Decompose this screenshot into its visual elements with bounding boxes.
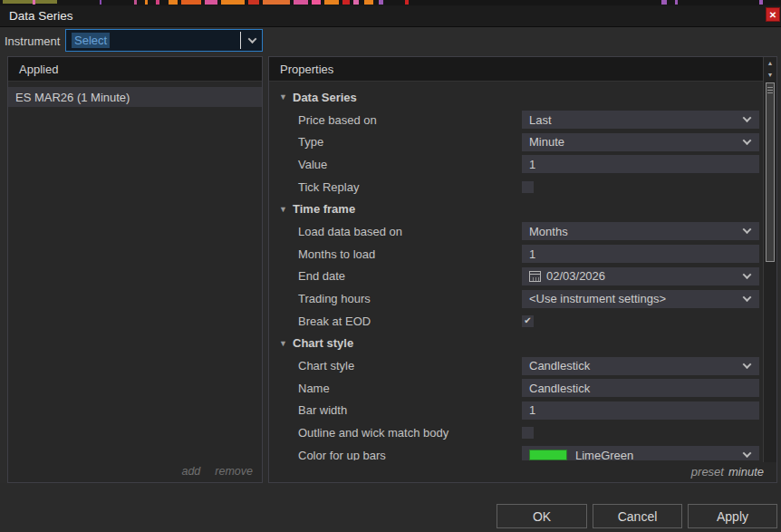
group-label: Data Series [293, 91, 357, 104]
dropdown[interactable]: Minute [522, 133, 759, 151]
chevron-down-icon [743, 270, 752, 279]
dropdown-field: Months [522, 222, 759, 240]
field-value: 1 [529, 158, 535, 171]
property-row: Value1 [269, 153, 763, 176]
scroll-down-icon[interactable]: ▼ [764, 69, 776, 81]
data-series-dialog: { "window": { "title": "Data Series", "c… [0, 0, 781, 532]
dialog-titlebar[interactable]: Data Series ✕ [0, 5, 781, 27]
chart-fragment [263, 0, 290, 5]
cancel-button[interactable]: Cancel [593, 504, 682, 528]
field-value: 1 [529, 403, 535, 417]
applied-footer: add remove [8, 460, 262, 482]
properties-header: Properties [269, 57, 763, 82]
chevron-down-icon [743, 113, 752, 122]
dropdown[interactable]: LimeGreen [522, 446, 759, 460]
chart-fragment [379, 0, 383, 5]
property-label: Chart style [298, 359, 354, 372]
dialog-button-bar: OK Cancel Apply [0, 483, 781, 532]
property-row: Price based onLast [269, 109, 763, 131]
property-row: Bar width1 [269, 400, 763, 422]
text-input[interactable]: 1 [522, 401, 759, 420]
property-row: Color for up barsLimeGreen [269, 444, 763, 460]
property-row: TypeMinute [269, 131, 763, 153]
property-group-header[interactable]: ▼Data Series [269, 86, 763, 109]
collapse-triangle-icon: ▼ [279, 339, 293, 348]
ok-button[interactable]: OK [497, 504, 587, 528]
text-input[interactable]: 1 [522, 155, 759, 173]
property-label: Type [298, 135, 323, 149]
properties-scrollbar[interactable]: ▲ ▼ [763, 57, 776, 462]
chart-fragment [294, 0, 308, 5]
chevron-down-icon [743, 136, 752, 145]
chevron-down-icon [743, 360, 752, 369]
text-field: 1 [522, 401, 759, 420]
chart-fragment [405, 0, 409, 5]
properties-grid: ▼Data SeriesPrice based onLastTypeMinute… [269, 82, 763, 460]
chart-fragment [221, 0, 245, 5]
chart-fragment [248, 0, 259, 5]
property-label: Color for up bars [298, 449, 386, 460]
preset-link[interactable]: preset [691, 465, 724, 479]
field-value: 1 [529, 247, 535, 261]
instrument-row: Instrument Select [0, 27, 781, 56]
properties-footer: preset minute [269, 460, 776, 482]
scrollbar-grip [767, 87, 773, 93]
property-label: Tick Replay [298, 180, 359, 194]
property-group-header[interactable]: ▼Chart style [269, 333, 763, 355]
chevron-down-icon [743, 226, 752, 235]
chart-fragment [759, 0, 763, 5]
dropdown-field: <Use instrument settings> [522, 290, 759, 308]
property-row: Months to load1 [269, 243, 763, 266]
property-row: Break at EOD✔ [269, 310, 763, 333]
checkbox[interactable] [522, 181, 534, 193]
dropdown-field: Minute [522, 133, 759, 151]
dropdown-field: 02/03/2026 [522, 267, 759, 285]
chart-fragment [353, 0, 359, 5]
chart-fragment [145, 0, 148, 5]
property-row: Outline and wick match body [269, 421, 763, 444]
dropdown[interactable]: Last [522, 111, 759, 129]
chart-fragment [134, 0, 137, 5]
dropdown[interactable]: <Use instrument settings> [522, 290, 759, 308]
text-input[interactable]: Candlestick [522, 379, 759, 397]
property-label: End date [298, 269, 345, 283]
dropdown[interactable]: Candlestick [522, 357, 759, 375]
text-field: 1 [522, 155, 759, 173]
chevron-down-icon [743, 293, 752, 302]
chart-fragment [324, 0, 339, 5]
instrument-value: Select [72, 33, 110, 48]
property-label: Price based on [298, 113, 377, 127]
dropdown[interactable]: 02/03/2026 [522, 267, 759, 285]
chart-fragment [661, 0, 667, 5]
checkbox[interactable] [522, 427, 534, 439]
add-link[interactable]: add [181, 465, 200, 478]
close-button[interactable]: ✕ [766, 7, 780, 22]
property-label: Break at EOD [298, 314, 371, 328]
chart-fragment [675, 0, 678, 5]
text-input[interactable]: 1 [522, 245, 759, 263]
scrollbar-thumb[interactable] [766, 82, 775, 262]
apply-button[interactable]: Apply [688, 504, 777, 528]
field-value: Minute [529, 135, 564, 149]
chart-fragment [33, 0, 35, 5]
property-group-header[interactable]: ▼Time frame [269, 198, 763, 220]
instrument-dropdown-button[interactable] [242, 30, 262, 51]
checkbox[interactable]: ✔ [522, 315, 534, 327]
field-value: Last [529, 113, 552, 127]
applied-list-item[interactable]: ES MAR26 (1 Minute) [8, 87, 262, 107]
property-label: Load data based on [298, 225, 402, 238]
instrument-combobox[interactable]: Select [65, 29, 263, 52]
remove-link[interactable]: remove [215, 465, 253, 478]
text-field: 1 [522, 245, 759, 263]
property-label: Outline and wick match body [298, 426, 448, 440]
chart-fragment [342, 0, 350, 5]
property-row: End date02/03/2026 [269, 266, 763, 288]
scroll-up-icon[interactable]: ▲ [764, 57, 776, 69]
dropdown-field: LimeGreen [522, 446, 759, 460]
dropdown[interactable]: Months [522, 222, 759, 240]
instrument-label: Instrument [5, 34, 60, 48]
preset-name: minute [728, 465, 764, 479]
group-label: Time frame [293, 202, 355, 216]
field-value: <Use instrument settings> [529, 292, 666, 305]
chart-fragment [100, 0, 101, 5]
